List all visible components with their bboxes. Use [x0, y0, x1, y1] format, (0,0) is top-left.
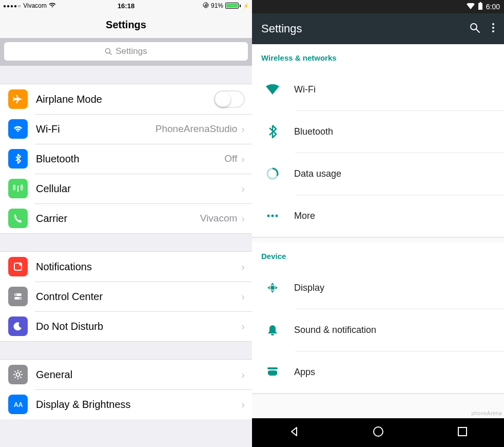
rotation-lock-icon: [203, 2, 209, 10]
display-brightness-icon: AA: [8, 395, 28, 414]
chevron-right-icon: ›: [241, 213, 245, 225]
chevron-right-icon: ›: [241, 369, 245, 381]
svg-point-9: [15, 294, 17, 295]
row-label: General: [36, 369, 241, 381]
svg-point-11: [20, 297, 21, 299]
svg-line-20: [15, 377, 16, 378]
wifi-icon: [262, 84, 283, 95]
svg-point-24: [471, 24, 477, 30]
row-bluetooth[interactable]: Bluetooth: [252, 110, 504, 153]
row-do-not-disturb[interactable]: Do Not Disturb ›: [0, 311, 252, 341]
display-icon: [262, 282, 283, 294]
ios-statusbar-left: ●●●●○ Vivacom: [3, 2, 56, 9]
row-label: Cellular: [36, 183, 241, 195]
row-label: Carrier: [36, 213, 200, 225]
svg-line-17: [15, 371, 16, 372]
svg-point-40: [374, 427, 383, 436]
row-display-brightness[interactable]: AA Display & Brightness ›: [0, 389, 252, 419]
row-control-center[interactable]: Control Center ›: [0, 282, 252, 311]
android-appbar: Settings: [252, 13, 504, 44]
carrier-label: Vivacom: [23, 2, 47, 9]
data-usage-icon: [262, 167, 283, 180]
row-label: Do Not Disturb: [36, 321, 241, 332]
phone-icon: [8, 209, 28, 228]
row-cellular[interactable]: Cellular ›: [0, 174, 252, 203]
row-label: Wi-Fi: [36, 123, 156, 135]
svg-point-7: [19, 263, 22, 266]
ios-header: Settings: [0, 11, 252, 38]
wifi-icon: [467, 3, 475, 11]
svg-point-26: [492, 23, 494, 25]
section-device: Device Display Sound & notification Apps: [252, 243, 504, 394]
android-nav-bar: [252, 418, 504, 447]
row-carrier[interactable]: Carrier Vivacom ›: [0, 203, 252, 233]
gear-icon: [8, 365, 28, 384]
row-wifi[interactable]: Wi-Fi: [252, 68, 504, 110]
control-center-icon: [8, 287, 28, 306]
svg-line-19: [21, 371, 22, 372]
wifi-icon: [49, 2, 56, 9]
svg-point-5: [17, 186, 19, 188]
svg-rect-22: [478, 3, 482, 10]
row-more[interactable]: More: [252, 195, 504, 237]
ios-search-container: Settings: [0, 38, 252, 66]
svg-rect-4: [17, 188, 18, 192]
svg-point-32: [276, 215, 278, 217]
row-label: Bluetooth: [294, 126, 333, 137]
ios-time: 16:18: [118, 2, 134, 10]
svg-line-18: [21, 377, 22, 378]
row-label: Sound & notification: [294, 325, 376, 336]
cellular-icon: [8, 179, 28, 198]
svg-rect-39: [276, 371, 277, 375]
row-display[interactable]: Display: [252, 267, 504, 309]
svg-text:AA: AA: [14, 401, 23, 408]
chevron-right-icon: ›: [241, 153, 245, 165]
row-wifi[interactable]: Wi-Fi PhoneArenaStudio ›: [0, 114, 252, 144]
row-general[interactable]: General ›: [0, 360, 252, 389]
row-data-usage[interactable]: Data usage: [252, 153, 504, 195]
search-placeholder: Settings: [115, 46, 147, 57]
row-label: Notifications: [36, 261, 241, 273]
ios-statusbar-right: 91% ⚡: [203, 2, 249, 10]
android-pane: 6:00 Settings Wireless & networks Wi-Fi: [252, 0, 504, 447]
page-title: Settings: [261, 22, 458, 35]
svg-point-31: [272, 215, 274, 217]
chevron-right-icon: ›: [241, 261, 245, 273]
row-apps[interactable]: Apps: [252, 351, 504, 393]
row-label: Bluetooth: [36, 153, 224, 165]
row-sound-notification[interactable]: Sound & notification: [252, 309, 504, 351]
notifications-icon: [8, 257, 28, 276]
battery-icon: [478, 2, 483, 12]
search-button[interactable]: [469, 22, 480, 35]
section-header: Wireless & networks: [252, 44, 504, 68]
apps-icon: [262, 366, 283, 378]
svg-rect-36: [267, 367, 278, 369]
chevron-right-icon: ›: [241, 123, 245, 135]
watermark: phoneArena: [472, 411, 502, 416]
svg-line-3: [110, 52, 112, 54]
bluetooth-icon: [262, 125, 283, 138]
recents-button[interactable]: [457, 426, 468, 439]
page-title: Settings: [106, 19, 146, 31]
group-gap: [0, 341, 252, 360]
svg-point-33: [270, 286, 275, 290]
home-button[interactable]: [372, 425, 384, 440]
row-airplane-mode[interactable]: Airplane Mode: [0, 84, 252, 114]
search-input[interactable]: Settings: [4, 42, 248, 61]
svg-point-28: [492, 30, 494, 32]
battery-icon: [225, 3, 241, 9]
row-label: Display & Brightness: [36, 399, 241, 411]
row-notifications[interactable]: Notifications ›: [0, 252, 252, 282]
row-label: More: [294, 211, 315, 221]
back-button[interactable]: [288, 426, 300, 439]
row-bluetooth[interactable]: Bluetooth Off ›: [0, 144, 252, 174]
overflow-menu-button[interactable]: [492, 22, 495, 35]
more-icon: [262, 214, 283, 218]
search-icon: [105, 48, 112, 55]
airplane-toggle[interactable]: [214, 90, 245, 108]
svg-rect-23: [479, 2, 481, 3]
signal-dots: ●●●●○: [3, 3, 21, 9]
group-gap: [0, 66, 252, 84]
android-settings-list[interactable]: Wireless & networks Wi-Fi Bluetooth Data…: [252, 44, 504, 418]
android-time: 6:00: [486, 3, 500, 11]
